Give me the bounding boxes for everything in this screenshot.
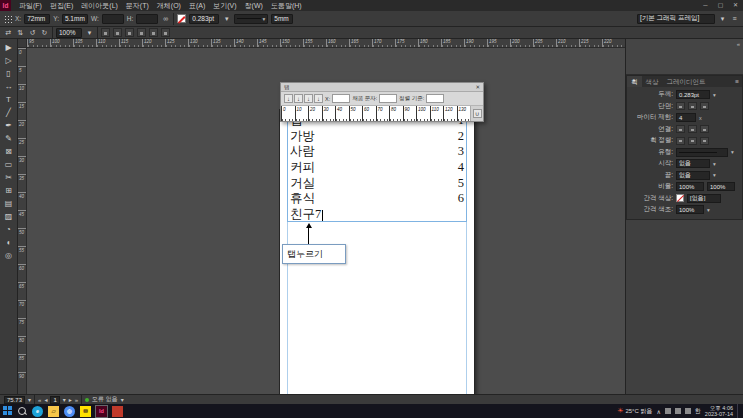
scale-field[interactable]: 100% — [56, 28, 82, 38]
zoom-dropdown-icon[interactable]: ▾ — [28, 396, 31, 403]
constrain-proportions-icon[interactable]: ∞ — [161, 14, 170, 24]
close-icon[interactable]: ✕ — [475, 84, 480, 90]
rectangle-tool[interactable]: ▭ — [1, 158, 17, 171]
chevron-down-icon[interactable]: ▾ — [731, 149, 734, 155]
align-left-button[interactable] — [101, 28, 110, 37]
page-dropdown-icon[interactable]: ▾ — [63, 396, 66, 403]
tab-ruler-cell[interactable]: 120 — [443, 106, 457, 121]
close-icon[interactable]: ✕ — [728, 0, 743, 11]
tab-ruler-cell[interactable]: 0 — [281, 106, 295, 121]
tabs-dialog[interactable]: 탭 ✕ ↓ ↓ ↓ ↓ — [280, 82, 484, 122]
pen-tool[interactable]: ✒ — [1, 119, 17, 132]
stroke-weight-field[interactable]: 0.283pt — [676, 90, 710, 99]
free-transform-tool[interactable]: ⊞ — [1, 184, 17, 197]
x-field[interactable]: 72mm — [24, 14, 50, 24]
preflight-dropdown-icon[interactable]: ▾ — [121, 396, 124, 403]
taskbar-edge-icon[interactable]: e — [32, 406, 43, 417]
horizontal-ruler[interactable]: 95 100 105 110 115 120 125 130 — [27, 39, 625, 48]
align-center-button[interactable] — [113, 28, 122, 37]
direct-selection-tool[interactable]: ▷ — [1, 54, 17, 67]
tab-decimal-justified-button[interactable]: ↓ — [314, 94, 323, 103]
position-panel-above-frame-magnet-button[interactable]: ∪ — [473, 109, 482, 118]
start-button[interactable] — [3, 406, 13, 416]
document-canvas[interactable]: 95 100 105 110 115 120 125 130 — [18, 39, 625, 394]
menu-type[interactable]: 문자(T) — [122, 0, 153, 11]
maximize-icon[interactable]: ▢ — [713, 0, 728, 11]
tab-align-on-field[interactable] — [426, 94, 444, 103]
page-tool[interactable]: ▯ — [1, 67, 17, 80]
end-dropdown[interactable]: 없음 — [676, 171, 710, 180]
zoom-level-field[interactable]: 75.73 — [4, 396, 25, 404]
ruler-origin-corner[interactable] — [18, 39, 27, 48]
type-tool[interactable]: T — [1, 93, 17, 106]
stroke-type-dropdown[interactable]: ▾ — [234, 14, 268, 24]
style-dropdown-icon[interactable]: ▾ — [718, 14, 727, 24]
miter-limit-field[interactable]: 4 — [676, 113, 696, 122]
stroke-weight-field[interactable]: 0.283pt — [189, 14, 219, 24]
hand-tool[interactable]: ◖ — [1, 236, 17, 249]
width-field[interactable] — [102, 14, 124, 24]
tab-ruler-cell[interactable]: 20 — [308, 106, 322, 121]
tab-left-justified-button[interactable]: ↓ — [284, 94, 293, 103]
fit-content-button[interactable] — [161, 28, 170, 37]
round-join-button[interactable] — [688, 125, 697, 133]
scissors-tool[interactable]: ✂ — [1, 171, 17, 184]
stroke-weight-dropdown-icon[interactable]: ▾ — [222, 14, 231, 24]
network-icon[interactable] — [665, 408, 671, 414]
flip-vertical-icon[interactable]: ⇅ — [16, 28, 25, 38]
zoom-tool[interactable]: ◎ — [1, 249, 17, 262]
tabs-dialog-titlebar[interactable]: 탭 ✕ — [281, 83, 483, 92]
bevel-join-button[interactable] — [700, 125, 709, 133]
align-right-button[interactable] — [125, 28, 134, 37]
distribute-vertical-button[interactable] — [149, 28, 158, 37]
object-style-dropdown[interactable]: [기본 그래픽 프레임] — [637, 14, 715, 24]
ime-indicator[interactable]: 한 — [695, 407, 701, 416]
line-tool[interactable]: ╱ — [1, 106, 17, 119]
panel-tab-gradient[interactable]: 그레이디언트 — [663, 76, 710, 87]
pencil-tool[interactable]: ✎ — [1, 132, 17, 145]
butt-cap-button[interactable] — [676, 102, 685, 110]
gap-tool[interactable]: ↔ — [1, 80, 17, 93]
align-stroke-outside-button[interactable] — [700, 137, 709, 145]
page-number-field[interactable]: 1 — [50, 396, 59, 404]
rectangle-frame-tool[interactable]: ⊠ — [1, 145, 17, 158]
menu-help[interactable]: 도움말(H) — [267, 0, 306, 11]
tab-ruler-cell[interactable]: 10 — [295, 106, 309, 121]
chevron-down-icon[interactable]: ▾ — [713, 92, 716, 98]
tab-right-justified-button[interactable]: ↓ — [304, 94, 313, 103]
taskbar-chrome-icon[interactable]: ◎ — [64, 406, 75, 417]
projecting-cap-button[interactable] — [700, 102, 709, 110]
search-icon[interactable] — [18, 407, 27, 416]
scale-dropdown-icon[interactable]: ▾ — [85, 28, 94, 38]
tab-ruler-cell[interactable]: 130 — [457, 106, 471, 121]
chevron-down-icon[interactable]: ▾ — [707, 207, 710, 213]
chevron-down-icon[interactable]: ▾ — [713, 172, 716, 178]
rotate-cw-icon[interactable]: ↻ — [40, 28, 49, 38]
y-field[interactable]: 5.1mm — [62, 14, 88, 24]
selection-tool[interactable]: ▶ — [1, 41, 17, 54]
tab-ruler-cell[interactable]: 80 — [389, 106, 403, 121]
menu-table[interactable]: 표(A) — [185, 0, 209, 11]
distribute-horizontal-button[interactable] — [137, 28, 146, 37]
last-page-icon[interactable]: » — [75, 397, 78, 403]
tab-ruler-cell[interactable]: 100 — [416, 106, 430, 121]
menu-edit[interactable]: 편집(E) — [46, 0, 77, 11]
taskbar-explorer-icon[interactable]: ▱ — [48, 406, 59, 417]
stroke-type-dropdown[interactable] — [676, 148, 728, 157]
height-field[interactable] — [136, 14, 158, 24]
menu-layout[interactable]: 레이아웃(L) — [77, 0, 122, 11]
tab-ruler-cell[interactable]: 90 — [403, 106, 417, 121]
taskbar-red-app-icon[interactable] — [112, 406, 123, 417]
panel-tab-stroke[interactable]: 획 — [627, 76, 642, 87]
tab-ruler-cell[interactable]: 30 — [322, 106, 336, 121]
align-stroke-center-button[interactable] — [676, 137, 685, 145]
stroke-color-swatch[interactable] — [177, 14, 186, 23]
tab-ruler-cell[interactable]: 70 — [376, 106, 390, 121]
next-page-icon[interactable]: ▸ — [69, 396, 72, 403]
align-stroke-inside-button[interactable] — [688, 137, 697, 145]
tray-expand-icon[interactable]: ∧ — [656, 408, 660, 415]
tab-ruler-cell[interactable]: 50 — [349, 106, 363, 121]
menu-file[interactable]: 파일(F) — [15, 0, 46, 11]
previous-page-icon[interactable]: ◂ — [44, 396, 47, 403]
text-frame[interactable]: 집 1 가방 2 사람 — [287, 112, 467, 222]
